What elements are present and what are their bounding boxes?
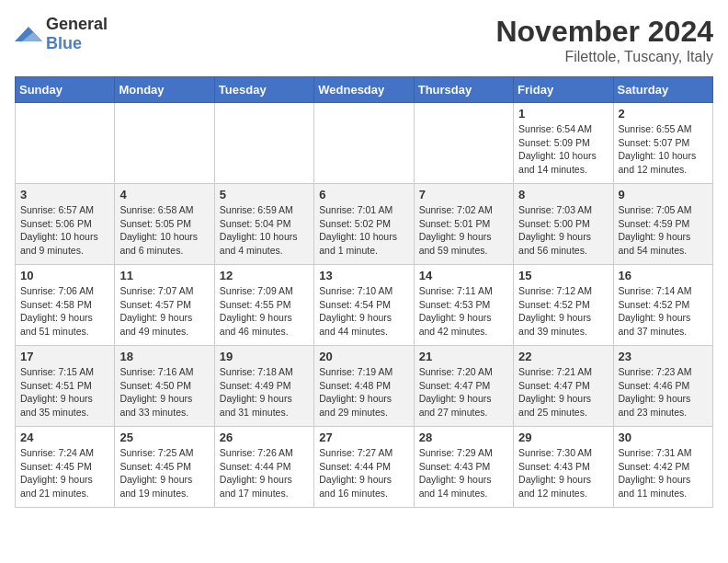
day-info: Sunrise: 7:20 AM	[419, 365, 508, 379]
day-info: Daylight: 10 hours and 12 minutes.	[619, 149, 708, 176]
day-number: 24	[20, 431, 109, 444]
day-number: 20	[319, 350, 408, 363]
day-info: Daylight: 9 hours and 49 minutes.	[119, 311, 209, 338]
calendar-cell: 5Sunrise: 6:59 AMSunset: 5:04 PMDaylight…	[214, 184, 313, 265]
day-info: Sunset: 5:00 PM	[518, 217, 608, 231]
day-number: 8	[518, 188, 608, 201]
day-info: Sunrise: 7:16 AM	[119, 365, 209, 379]
day-info: Sunrise: 6:57 AM	[20, 203, 109, 217]
day-info: Daylight: 9 hours and 39 minutes.	[518, 311, 608, 338]
day-number: 9	[619, 188, 708, 201]
calendar-cell	[314, 103, 414, 184]
calendar-cell: 9Sunrise: 7:05 AMSunset: 4:59 PMDaylight…	[613, 184, 712, 265]
day-number: 26	[220, 431, 309, 444]
day-number: 6	[319, 188, 408, 201]
day-info: Daylight: 9 hours and 29 minutes.	[319, 392, 408, 419]
calendar-cell	[214, 103, 313, 184]
day-info: Daylight: 9 hours and 56 minutes.	[518, 230, 608, 257]
logo: General Blue	[15, 15, 108, 53]
header-row: SundayMondayTuesdayWednesdayThursdayFrid…	[16, 77, 713, 103]
calendar-cell: 15Sunrise: 7:12 AMSunset: 4:52 PMDayligh…	[514, 265, 613, 346]
calendar-cell: 22Sunrise: 7:21 AMSunset: 4:47 PMDayligh…	[514, 346, 613, 427]
day-info: Daylight: 9 hours and 19 minutes.	[119, 473, 209, 500]
calendar-cell: 27Sunrise: 7:27 AMSunset: 4:44 PMDayligh…	[314, 427, 414, 508]
calendar-cell: 3Sunrise: 6:57 AMSunset: 5:06 PMDaylight…	[16, 184, 115, 265]
day-info: Sunrise: 7:09 AM	[220, 284, 309, 298]
day-number: 16	[619, 269, 708, 282]
day-number: 29	[518, 431, 608, 444]
day-number: 17	[20, 350, 109, 363]
calendar-cell: 24Sunrise: 7:24 AMSunset: 4:45 PMDayligh…	[16, 427, 115, 508]
day-info: Sunrise: 7:21 AM	[518, 365, 608, 379]
day-info: Sunset: 5:01 PM	[419, 217, 508, 231]
day-number: 12	[220, 269, 309, 282]
day-info: Sunset: 4:51 PM	[20, 379, 109, 393]
column-header-thursday: Thursday	[414, 77, 513, 103]
day-info: Daylight: 9 hours and 31 minutes.	[220, 392, 309, 419]
day-info: Sunset: 4:53 PM	[419, 298, 508, 312]
day-number: 5	[220, 188, 309, 201]
day-info: Daylight: 9 hours and 46 minutes.	[220, 311, 309, 338]
calendar-cell: 16Sunrise: 7:14 AMSunset: 4:52 PMDayligh…	[613, 265, 712, 346]
calendar-cell: 13Sunrise: 7:10 AMSunset: 4:54 PMDayligh…	[314, 265, 414, 346]
column-header-sunday: Sunday	[16, 77, 115, 103]
day-info: Sunset: 5:07 PM	[619, 136, 708, 150]
calendar-cell: 20Sunrise: 7:19 AMSunset: 4:48 PMDayligh…	[314, 346, 414, 427]
day-info: Daylight: 10 hours and 6 minutes.	[119, 230, 209, 257]
logo-blue: Blue	[46, 34, 82, 52]
day-info: Sunset: 4:44 PM	[220, 460, 309, 474]
day-info: Sunrise: 7:01 AM	[319, 203, 408, 217]
day-info: Sunset: 4:52 PM	[518, 298, 608, 312]
day-number: 4	[119, 188, 209, 201]
day-info: Sunset: 4:43 PM	[518, 460, 608, 474]
calendar-cell: 2Sunrise: 6:55 AMSunset: 5:07 PMDaylight…	[613, 103, 712, 184]
day-number: 7	[419, 188, 508, 201]
calendar-cell	[115, 103, 214, 184]
day-info: Sunset: 4:47 PM	[518, 379, 608, 393]
day-info: Daylight: 9 hours and 33 minutes.	[119, 392, 209, 419]
day-info: Sunset: 4:59 PM	[619, 217, 708, 231]
day-info: Sunset: 4:58 PM	[20, 298, 109, 312]
day-info: Sunset: 5:02 PM	[319, 217, 408, 231]
day-info: Daylight: 10 hours and 9 minutes.	[20, 230, 109, 257]
day-info: Sunset: 5:06 PM	[20, 217, 109, 231]
day-info: Sunset: 4:47 PM	[419, 379, 508, 393]
day-info: Daylight: 9 hours and 14 minutes.	[419, 473, 508, 500]
day-info: Sunrise: 7:05 AM	[619, 203, 708, 217]
day-info: Sunset: 4:45 PM	[119, 460, 209, 474]
day-number: 10	[20, 269, 109, 282]
day-number: 11	[119, 269, 209, 282]
day-info: Daylight: 10 hours and 14 minutes.	[518, 149, 608, 176]
day-info: Daylight: 9 hours and 11 minutes.	[619, 473, 708, 500]
day-info: Sunset: 4:45 PM	[20, 460, 109, 474]
day-info: Daylight: 9 hours and 17 minutes.	[220, 473, 309, 500]
day-number: 13	[319, 269, 408, 282]
calendar-cell: 4Sunrise: 6:58 AMSunset: 5:05 PMDaylight…	[115, 184, 214, 265]
day-info: Sunrise: 7:15 AM	[20, 365, 109, 379]
title-block: November 2024 Filettole, Tuscany, Italy	[495, 15, 713, 65]
day-number: 21	[419, 350, 508, 363]
day-info: Daylight: 9 hours and 54 minutes.	[619, 230, 708, 257]
column-header-wednesday: Wednesday	[314, 77, 414, 103]
calendar-cell: 12Sunrise: 7:09 AMSunset: 4:55 PMDayligh…	[214, 265, 313, 346]
day-info: Daylight: 9 hours and 16 minutes.	[319, 473, 408, 500]
day-info: Sunset: 5:05 PM	[119, 217, 209, 231]
day-info: Sunrise: 7:10 AM	[319, 284, 408, 298]
day-info: Sunset: 4:43 PM	[419, 460, 508, 474]
day-number: 3	[20, 188, 109, 201]
day-info: Sunrise: 7:02 AM	[419, 203, 508, 217]
day-info: Sunset: 4:50 PM	[119, 379, 209, 393]
day-info: Sunrise: 6:54 AM	[518, 122, 608, 136]
day-info: Sunrise: 7:27 AM	[319, 446, 408, 460]
logo-general: General	[46, 15, 108, 33]
day-info: Daylight: 9 hours and 51 minutes.	[20, 311, 109, 338]
day-info: Sunset: 4:52 PM	[619, 298, 708, 312]
day-info: Sunset: 4:55 PM	[220, 298, 309, 312]
day-info: Daylight: 9 hours and 59 minutes.	[419, 230, 508, 257]
day-info: Sunrise: 7:14 AM	[619, 284, 708, 298]
calendar-cell: 18Sunrise: 7:16 AMSunset: 4:50 PMDayligh…	[115, 346, 214, 427]
calendar-cell: 26Sunrise: 7:26 AMSunset: 4:44 PMDayligh…	[214, 427, 313, 508]
day-info: Sunrise: 6:58 AM	[119, 203, 209, 217]
day-info: Daylight: 9 hours and 12 minutes.	[518, 473, 608, 500]
day-info: Daylight: 9 hours and 25 minutes.	[518, 392, 608, 419]
